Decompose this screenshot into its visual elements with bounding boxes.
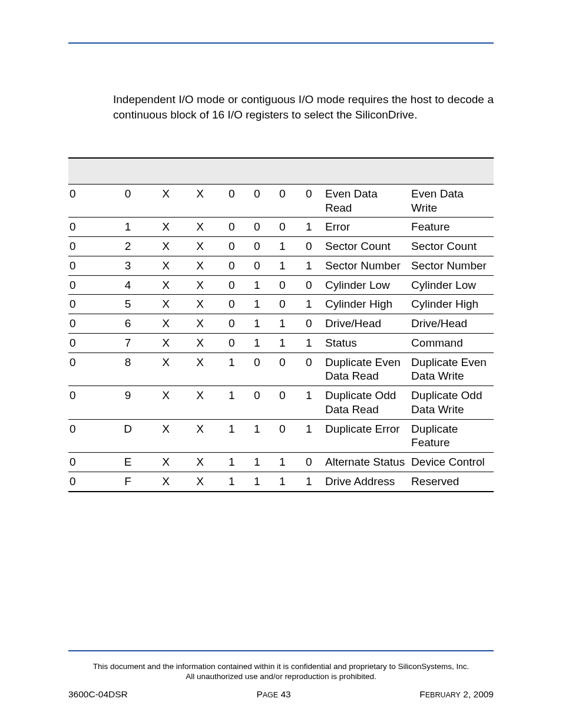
cell-c9: Reserved	[410, 472, 494, 491]
cell-c3: X	[182, 472, 220, 491]
cell-c0: 0	[68, 256, 106, 275]
cell-c2: X	[152, 333, 183, 353]
cell-c7: 0	[296, 237, 324, 256]
cell-c7: 1	[296, 218, 324, 237]
disclaimer: This document and the information contai…	[68, 661, 494, 682]
cell-c3: X	[182, 237, 220, 256]
table-row: 01XX0001ErrorFeature	[68, 218, 494, 237]
cell-c7: 0	[296, 353, 324, 386]
cell-c5: 1	[246, 275, 271, 295]
cell-c3: X	[182, 453, 220, 472]
cell-c4: 1	[220, 353, 246, 386]
cell-c6: 1	[271, 314, 296, 334]
table-row: 0EXX1110Alternate StatusDevice Control	[68, 453, 494, 472]
cell-c2: X	[152, 295, 183, 314]
cell-c0: 0	[68, 333, 106, 353]
cell-c5: 0	[246, 184, 271, 218]
cell-c3: X	[182, 275, 220, 295]
cell-c5: 0	[246, 237, 271, 256]
th-2	[152, 158, 183, 184]
cell-c6: 1	[271, 472, 296, 491]
cell-c6: 0	[271, 295, 296, 314]
cell-c4: 0	[220, 333, 246, 353]
cell-c9: Sector Number	[410, 256, 494, 275]
table-row: 07XX0111StatusCommand	[68, 333, 494, 353]
cell-c4: 1	[220, 419, 246, 453]
cell-c3: X	[182, 353, 220, 386]
cell-c6: 0	[271, 386, 296, 420]
cell-c2: X	[152, 237, 183, 256]
cell-c2: X	[152, 275, 183, 295]
cell-c2: X	[152, 256, 183, 275]
cell-c8: Even Data Read	[324, 184, 410, 218]
cell-c9: Command	[410, 333, 494, 353]
footer-left: 3600C-04DSR	[68, 689, 128, 700]
cell-c7: 0	[296, 184, 324, 218]
table-body: 00XX0000Even Data ReadEven Data Write01X…	[68, 184, 494, 491]
cell-c9: Cylinder Low	[410, 275, 494, 295]
table-row: 09XX1001Duplicate Odd Data ReadDuplicate…	[68, 386, 494, 420]
cell-c2: X	[152, 218, 183, 237]
cell-c0: 0	[68, 314, 106, 334]
cell-c2: X	[152, 184, 183, 218]
cell-c8: Sector Count	[324, 237, 410, 256]
cell-c7: 1	[296, 256, 324, 275]
cell-c5: 1	[246, 314, 271, 334]
cell-c0: 0	[68, 184, 106, 218]
cell-c9: Cylinder High	[410, 295, 494, 314]
cell-c3: X	[182, 256, 220, 275]
cell-c8: Alternate Status	[324, 453, 410, 472]
cell-c8: Error	[324, 218, 410, 237]
table-row: 06XX0110Drive/HeadDrive/Head	[68, 314, 494, 334]
cell-c3: X	[182, 333, 220, 353]
cell-c8: Sector Number	[324, 256, 410, 275]
cell-c5: 1	[246, 295, 271, 314]
cell-c5: 0	[246, 386, 271, 420]
cell-c5: 1	[246, 419, 271, 453]
cell-c6: 1	[271, 237, 296, 256]
th-9	[410, 158, 494, 184]
bottom-rule	[68, 650, 494, 651]
cell-c1: 3	[106, 256, 151, 275]
cell-c9: Device Control	[410, 453, 494, 472]
cell-c4: 1	[220, 472, 246, 491]
table-row: 00XX0000Even Data ReadEven Data Write	[68, 184, 494, 218]
th-3	[182, 158, 220, 184]
cell-c7: 1	[296, 472, 324, 491]
table-row: 04XX0100Cylinder LowCylinder Low	[68, 275, 494, 295]
cell-c1: 6	[106, 314, 151, 334]
cell-c4: 1	[220, 453, 246, 472]
cell-c1: 4	[106, 275, 151, 295]
table-row: 05XX0101Cylinder HighCylinder High	[68, 295, 494, 314]
cell-c8: Drive Address	[324, 472, 410, 491]
cell-c0: 0	[68, 353, 106, 386]
table-row: 08XX1000Duplicate Even Data ReadDuplicat…	[68, 353, 494, 386]
footer: 3600C-04DSR PAGE 43 FEBRUARY 2, 2009	[68, 689, 494, 700]
cell-c5: 1	[246, 453, 271, 472]
cell-c1: 0	[106, 184, 151, 218]
cell-c0: 0	[68, 472, 106, 491]
table-row: 03XX0011Sector NumberSector Number	[68, 256, 494, 275]
cell-c4: 0	[220, 237, 246, 256]
cell-c8: Duplicate Odd Data Read	[324, 386, 410, 420]
footer-right-rest: 2, 2009	[461, 689, 494, 699]
table-header-row	[68, 158, 494, 184]
page: Independent I/O mode or contiguous I/O m…	[0, 0, 562, 728]
cell-c1: 1	[106, 218, 151, 237]
cell-c2: X	[152, 386, 183, 420]
disclaimer-line-2: All unauthorized use and/or reproduction…	[186, 672, 376, 681]
cell-c6: 1	[271, 453, 296, 472]
th-7	[296, 158, 324, 184]
th-1	[106, 158, 151, 184]
cell-c5: 1	[246, 333, 271, 353]
cell-c0: 0	[68, 419, 106, 453]
cell-c4: 0	[220, 218, 246, 237]
table-row: 0DXX1101Duplicate ErrorDuplicate Feature	[68, 419, 494, 453]
cell-c3: X	[182, 386, 220, 420]
cell-c9: Feature	[410, 218, 494, 237]
cell-c7: 1	[296, 419, 324, 453]
th-5	[246, 158, 271, 184]
cell-c2: X	[152, 472, 183, 491]
cell-c6: 1	[271, 256, 296, 275]
th-8	[324, 158, 410, 184]
